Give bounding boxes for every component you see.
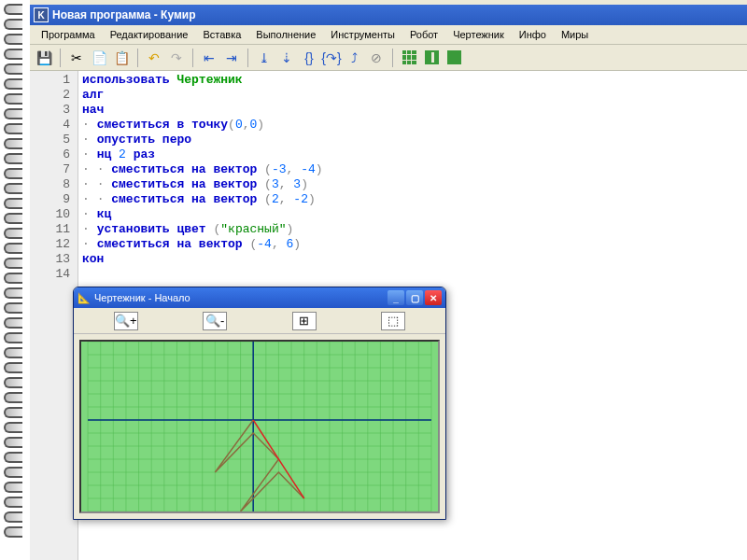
cut-button[interactable]: ✂ <box>66 48 87 68</box>
step-into-button[interactable]: {} <box>299 48 319 68</box>
titlebar: K Новая программа - Кумир <box>30 5 747 25</box>
separator <box>60 49 61 67</box>
grid-4-button[interactable] <box>399 48 419 68</box>
separator <box>247 49 248 67</box>
minimize-button[interactable]: _ <box>388 290 404 305</box>
menu-редактирование[interactable]: Редактирование <box>103 27 196 42</box>
paste-button[interactable]: 📋 <box>111 48 132 68</box>
plot-svg <box>81 342 438 511</box>
drawer-title: Чертежник - Начало <box>91 292 386 303</box>
undo-button[interactable]: ↶ <box>144 48 164 68</box>
separator <box>192 49 193 67</box>
line-gutter: 1234567891011121314 <box>30 71 78 560</box>
menu-вставка[interactable]: Вставка <box>195 27 248 42</box>
menubar: ПрограммаРедактированиеВставкаВыполнение… <box>30 25 747 45</box>
app-icon: K <box>34 7 49 22</box>
step-out-button[interactable]: ⤴ <box>344 48 364 68</box>
save-button[interactable]: 💾 <box>34 48 54 68</box>
notebook-spiral <box>0 0 30 560</box>
grid-col-button[interactable] <box>421 48 442 68</box>
redo-button[interactable]: ↷ <box>166 48 187 68</box>
menu-чертежник[interactable]: Чертежник <box>445 27 512 42</box>
indent-button[interactable]: ⇥ <box>221 48 242 68</box>
drawer-window: 📐 Чертежник - Начало _ ▢ ✕ 🔍+ 🔍- ⊞ ⬚ <box>73 287 446 520</box>
close-button[interactable]: ✕ <box>425 290 442 305</box>
maximize-button[interactable]: ▢ <box>406 290 423 305</box>
zoom-out-button[interactable]: 🔍- <box>203 312 227 330</box>
canvas-wrap <box>74 334 445 519</box>
step-button[interactable]: ⇣ <box>276 48 297 68</box>
menu-робот[interactable]: Робот <box>402 27 445 42</box>
separator <box>137 49 138 67</box>
menu-программа[interactable]: Программа <box>34 27 103 42</box>
grid-button[interactable]: ⊞ <box>292 312 317 330</box>
canvas[interactable] <box>79 340 440 513</box>
fit-button[interactable]: ⬚ <box>381 312 405 330</box>
drawer-titlebar[interactable]: 📐 Чертежник - Начало _ ▢ ✕ <box>74 287 445 308</box>
zoom-in-button[interactable]: 🔍+ <box>114 312 138 330</box>
menu-миры[interactable]: Миры <box>554 27 596 42</box>
menu-выполнение[interactable]: Выполнение <box>248 27 323 42</box>
separator <box>392 49 393 67</box>
grid-1-button[interactable] <box>444 48 464 68</box>
drawer-icon: 📐 <box>78 292 91 304</box>
app-title: Новая программа - Кумир <box>52 8 196 21</box>
menu-инструменты[interactable]: Инструменты <box>323 27 402 42</box>
step-over-button[interactable]: {↷} <box>321 48 342 68</box>
menu-инфо[interactable]: Инфо <box>512 27 554 42</box>
toolbar: 💾 ✂ 📄 📋 ↶ ↷ ⇤ ⇥ ⤓ ⇣ {} {↷} ⤴ ⊘ <box>30 45 747 71</box>
stop-button[interactable]: ⊘ <box>366 48 387 68</box>
drawer-toolbar: 🔍+ 🔍- ⊞ ⬚ <box>74 308 445 334</box>
copy-button[interactable]: 📄 <box>89 48 109 68</box>
run-button[interactable]: ⤓ <box>254 48 275 68</box>
outdent-button[interactable]: ⇤ <box>199 48 219 68</box>
